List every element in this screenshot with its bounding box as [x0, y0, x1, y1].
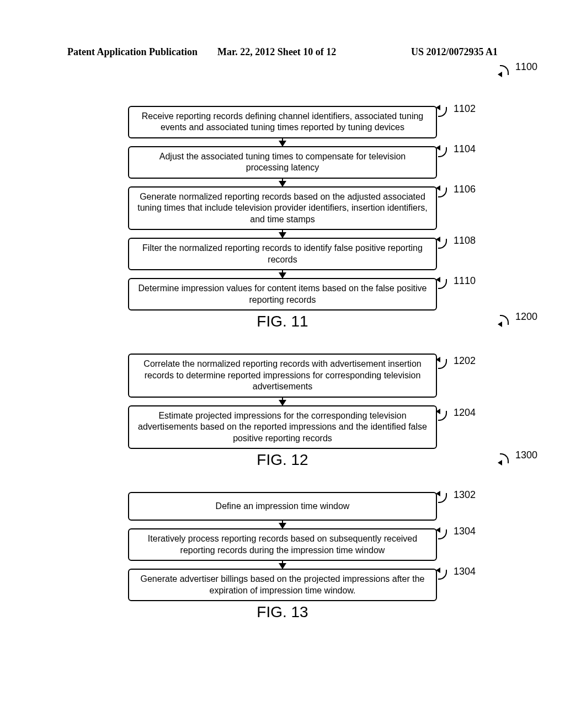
step-ref: 1304	[438, 528, 476, 540]
step-ref: 1102	[438, 106, 476, 118]
flow-step: Generate advertiser billings based on th…	[128, 569, 437, 601]
flow-step: Correlate the normalized reporting recor…	[128, 354, 437, 397]
step-wrap: Adjust the associated tuning times to co…	[128, 146, 437, 179]
patent-page: Patent Application Publication Mar. 22, …	[0, 0, 565, 728]
step-ref: 1110	[438, 278, 476, 290]
step-wrap: Generate normalized reporting records ba…	[128, 186, 437, 230]
ref-number: 1106	[451, 184, 476, 194]
flowchart-12: 1200 Correlate the normalized reporting …	[66, 330, 499, 469]
figure-11: 1100 Receive reporting records defining …	[66, 83, 499, 330]
step-wrap: Iteratively process reporting records ba…	[128, 528, 437, 561]
ref-number: 1108	[451, 235, 476, 245]
step-ref: 1304	[438, 569, 476, 581]
ref-number: 1110	[451, 276, 476, 286]
ref-number: 1102	[451, 104, 476, 114]
step-ref: 1302	[438, 492, 476, 504]
leader-hook	[438, 238, 451, 250]
leader-hook	[438, 186, 451, 199]
step-wrap: Receive reporting records defining chann…	[128, 106, 437, 138]
ref-number: 1204	[451, 408, 476, 417]
step-wrap: Determine impression values for content …	[128, 278, 437, 311]
leader-hook	[438, 492, 451, 504]
ref-number: 1300	[513, 450, 537, 460]
figure-12: 1200 Correlate the normalized reporting …	[66, 330, 499, 469]
ref-number: 1200	[513, 312, 537, 322]
ref-number: 1202	[451, 356, 476, 366]
flow-step: Adjust the associated tuning times to co…	[128, 146, 437, 179]
leader-hook	[500, 452, 513, 464]
leader-hook	[438, 278, 451, 290]
step-wrap: Estimate projected impressions for the c…	[128, 405, 437, 449]
figure-ref-1300: 1300	[500, 452, 537, 465]
step-wrap: Generate advertiser billings based on th…	[128, 569, 437, 601]
flow-arrow	[282, 270, 283, 278]
figure-label-12: FIG. 12	[66, 451, 499, 469]
flow-arrow	[282, 398, 283, 405]
flow-arrow	[282, 521, 283, 528]
header-right: US 2012/0072935 A1	[336, 46, 565, 58]
flow-step: Determine impression values for content …	[128, 278, 437, 311]
figure-ref-1100: 1100	[500, 64, 537, 77]
ref-number: 1304	[451, 526, 476, 536]
step-ref: 1108	[438, 238, 476, 250]
step-wrap: Define an impression time window 1302	[128, 492, 437, 521]
ref-number: 1304	[451, 566, 476, 576]
leader-hook	[500, 64, 513, 76]
ref-number: 1100	[513, 62, 537, 72]
figure-label-11: FIG. 11	[66, 313, 499, 330]
flow-step: Receive reporting records defining chann…	[128, 106, 437, 138]
header-left: Patent Application Publication	[0, 46, 198, 58]
step-ref: 1106	[438, 186, 476, 199]
page-header: Patent Application Publication Mar. 22, …	[0, 46, 565, 58]
flow-step: Filter the normalized reporting records …	[128, 238, 437, 270]
leader-hook	[438, 410, 451, 422]
flow-arrow	[282, 561, 283, 569]
flow-step: Generate normalized reporting records ba…	[128, 186, 437, 230]
figure-13: 1300 Define an impression time window 13…	[66, 469, 499, 621]
leader-hook	[438, 106, 451, 118]
figure-label-13: FIG. 13	[66, 603, 499, 621]
flow-arrow	[282, 179, 283, 186]
figure-ref-1200: 1200	[500, 314, 537, 327]
leader-hook	[500, 314, 513, 326]
step-ref: 1104	[438, 146, 476, 158]
leader-hook	[438, 358, 451, 370]
figures-container: 1100 Receive reporting records defining …	[66, 83, 499, 621]
flowchart-13: 1300 Define an impression time window 13…	[66, 469, 499, 621]
flow-step: Define an impression time window	[128, 492, 437, 521]
flow-step: Estimate projected impressions for the c…	[128, 405, 437, 449]
flow-arrow	[282, 230, 283, 238]
flow-step: Iteratively process reporting records ba…	[128, 528, 437, 561]
ref-number: 1302	[451, 490, 476, 500]
step-wrap: Correlate the normalized reporting recor…	[128, 354, 437, 397]
flow-arrow	[282, 138, 283, 146]
step-ref: 1204	[438, 410, 476, 422]
header-mid: Mar. 22, 2012 Sheet 10 of 12	[198, 46, 336, 58]
leader-hook	[438, 528, 451, 540]
step-wrap: Filter the normalized reporting records …	[128, 238, 437, 270]
ref-number: 1104	[451, 144, 476, 154]
step-ref: 1202	[438, 358, 476, 370]
leader-hook	[438, 569, 451, 581]
flowchart-11: 1100 Receive reporting records defining …	[66, 83, 499, 330]
leader-hook	[438, 146, 451, 158]
